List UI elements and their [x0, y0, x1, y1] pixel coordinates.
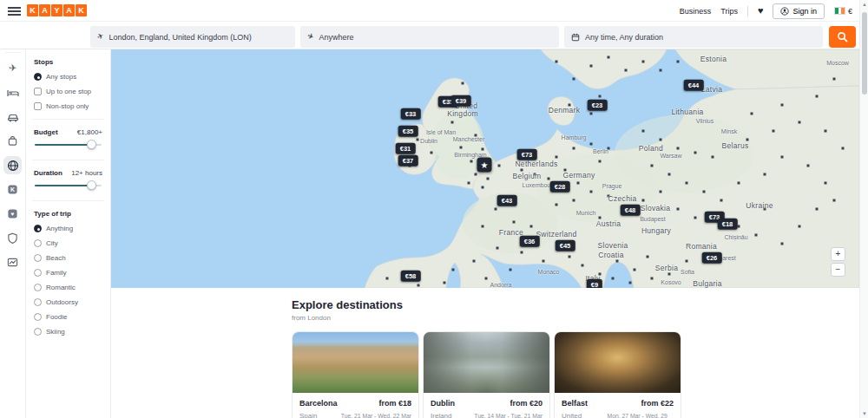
person-icon [780, 7, 789, 16]
stays-icon[interactable] [3, 83, 22, 101]
nav-divider [747, 6, 748, 16]
card-price: from €22 [641, 399, 674, 408]
city-dot [807, 165, 810, 167]
city-dot [668, 273, 671, 276]
trip-type-option-beach[interactable]: Beach [34, 254, 102, 262]
radio-icon [34, 313, 42, 321]
radio-checked-icon [34, 225, 42, 232]
dates-input[interactable]: Any time, Any duration [564, 26, 823, 48]
map-price-pill[interactable]: €43 [497, 195, 517, 206]
city-dot [599, 160, 602, 163]
trip-type-option-family[interactable]: Family [34, 269, 102, 277]
city-dot [521, 251, 523, 254]
packages-icon[interactable] [3, 132, 22, 150]
trips-icon[interactable]: ♥ [3, 205, 22, 223]
city-dot [495, 208, 497, 211]
city-dot [590, 143, 593, 146]
city-dot [694, 217, 697, 219]
nav-trips[interactable]: Trips [720, 7, 738, 16]
filter-divider [32, 119, 104, 120]
map-price-pill[interactable]: €9 [587, 279, 602, 288]
explore-icon[interactable] [3, 156, 22, 174]
trip-type-option-romantic[interactable]: Romantic [34, 284, 102, 291]
destination-card-barcelona[interactable]: Barcelona from €18 Spain Tue. 21 Mar - W… [292, 331, 419, 418]
scrollbar-up-arrow[interactable]: ▲ [860, 2, 868, 7]
duration-slider-handle[interactable] [87, 180, 96, 190]
destination-card-dublin[interactable]: Dublin from €20 Ireland Tue. 14 Mar - Tu… [423, 331, 550, 418]
page-scrollbar[interactable]: ▲ ▼ [859, 0, 868, 418]
city-dot [573, 147, 575, 150]
map-price-pill[interactable]: €33 [401, 108, 421, 120]
origin-pin-london[interactable]: ★ [477, 158, 492, 173]
map-price-pill[interactable]: €35 [398, 126, 418, 137]
zoom-in-button[interactable]: + [831, 247, 845, 261]
map-price-pill[interactable]: €73 [517, 149, 537, 160]
currency-symbol: € [848, 7, 852, 16]
trip-type-title: Type of trip [34, 210, 102, 218]
budget-slider-handle[interactable] [87, 140, 96, 149]
trip-type-option-outdoorsy[interactable]: Outdoorsy [34, 298, 102, 306]
stops-option-one-stop[interactable]: Up to one stop [34, 88, 102, 95]
map-price-pill[interactable]: €48 [621, 205, 641, 216]
logo-letter: A [63, 4, 75, 16]
trip-type-option-skiing[interactable]: Skiing [34, 328, 102, 336]
stops-option-any[interactable]: Any stops [34, 73, 102, 81]
map-price-pill[interactable]: €58 [401, 271, 421, 282]
destination-input[interactable]: ✈ Anywhere [300, 26, 559, 48]
filter-divider [32, 160, 104, 160]
city-dot [475, 173, 477, 176]
map-price-pill[interactable]: €44 [684, 80, 704, 91]
origin-input[interactable]: ✈ London, England, United Kingdom (LON) [90, 26, 295, 48]
calendar-icon [571, 33, 580, 42]
map-price-pill[interactable]: €23 [588, 100, 608, 111]
map-price-pill[interactable]: €28 [550, 181, 570, 193]
barcelona-photo [293, 332, 418, 393]
cars-icon[interactable] [3, 108, 22, 126]
kayak-explore-page: K A Y A K Business Trips ♥ Sign in [0, 0, 868, 418]
travel-restrictions-shield-icon[interactable] [3, 229, 22, 247]
trip-type-option-anything[interactable]: Anything [34, 225, 102, 232]
map-canvas[interactable]: + − UnitedKingdomIsle of ManDublinManche… [111, 49, 859, 288]
city-dot [590, 65, 593, 68]
ireland-flag-icon [834, 7, 845, 15]
direct-icon[interactable] [3, 253, 22, 271]
search-button[interactable] [829, 26, 856, 48]
heart-icon[interactable]: ♥ [758, 6, 764, 16]
sign-in-button[interactable]: Sign in [773, 3, 825, 19]
scrollbar-down-arrow[interactable]: ▼ [860, 411, 868, 416]
duration-slider[interactable] [35, 180, 102, 192]
city-dot [642, 199, 645, 202]
trip-type-option-city[interactable]: City [34, 239, 102, 247]
business-icon[interactable]: K [3, 180, 22, 199]
left-icon-rail: ✈ K ♥ [0, 22, 26, 418]
city-dot [470, 160, 473, 163]
map-price-pill[interactable]: €18 [718, 219, 738, 230]
kayak-logo[interactable]: K A Y A K [27, 4, 87, 16]
filters-panel: Stops Any stops Up to one stop Non-stop … [26, 49, 111, 418]
locale-currency-selector[interactable]: € [834, 7, 852, 16]
city-dot [599, 217, 602, 219]
budget-slider[interactable] [35, 139, 102, 151]
hamburger-menu-icon[interactable] [8, 7, 21, 16]
map-price-pill[interactable]: €45 [556, 240, 575, 251]
radio-icon [34, 254, 42, 262]
city-dot [608, 147, 610, 150]
radio-icon [34, 328, 42, 336]
map-price-pill[interactable]: €36 [520, 236, 540, 247]
nav-business[interactable]: Business [680, 7, 712, 16]
map-price-pill[interactable]: €39 [451, 95, 471, 107]
city-dot [686, 260, 688, 263]
map-price-pill[interactable]: €31 [396, 143, 416, 154]
flights-icon[interactable]: ✈ [3, 59, 22, 77]
zoom-out-button[interactable]: − [831, 263, 845, 277]
scrollbar-thumb[interactable] [862, 12, 867, 95]
destination-card-belfast[interactable]: Belfast from €22 United Kingdom Mon. 27 … [554, 331, 681, 418]
city-dot [608, 56, 610, 59]
map-price-pill[interactable]: €37 [398, 155, 418, 167]
trip-type-option-foodie[interactable]: Foodie [34, 313, 102, 321]
city-dot [444, 282, 446, 284]
city-dot [599, 273, 602, 276]
stops-option-nonstop[interactable]: Non-stop only [34, 102, 102, 110]
city-dot [573, 78, 575, 81]
map-price-pill[interactable]: €26 [702, 252, 722, 264]
